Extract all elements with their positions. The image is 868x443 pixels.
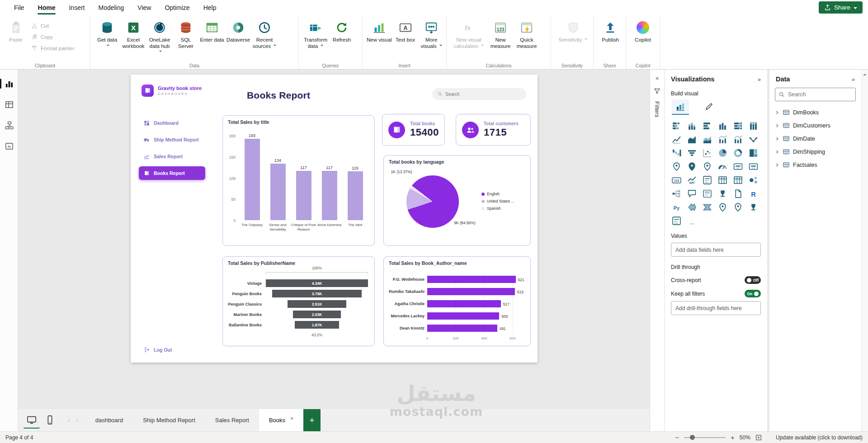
copilot-button[interactable]: Copilot [630,18,656,57]
power-apps-icon[interactable] [686,202,697,212]
zoom-slider-thumb[interactable] [690,435,695,440]
slicer-icon[interactable] [702,175,712,185]
build-visual-tab[interactable] [672,99,689,115]
chart-total-sales-by-title[interactable]: Total Sales by title050100150200193The O… [222,115,375,246]
data-table-dimdate[interactable]: DimDate [772,132,859,145]
map-icon[interactable] [671,161,682,171]
r-script-visual-icon[interactable]: R [748,189,759,198]
menu-item-help[interactable]: Help [197,0,223,15]
menu-item-insert[interactable]: Insert [62,0,91,15]
kpi-total-customers[interactable]: Total customers 1715 [456,114,531,146]
dax-query-view-button[interactable]: fx [0,136,18,156]
transform-data-button[interactable]: Transform data [302,18,329,57]
line-chart-icon[interactable] [671,134,682,144]
kpi-total-books[interactable]: Total books 15400 [382,114,445,146]
zoom-slider[interactable] [684,437,726,438]
next-page-icon[interactable]: › [76,417,78,424]
drill-through-field-well[interactable]: Add drill-through fields here [671,301,761,315]
fit-to-page-icon[interactable] [755,434,762,441]
menu-item-home[interactable]: Home [31,0,62,15]
nav-item-dashboard[interactable]: Dashboard [139,116,205,130]
refresh-button[interactable]: Refresh [329,18,355,57]
arcgis-map-icon[interactable] [717,202,728,212]
shape-map-icon[interactable] [702,161,712,171]
collapse-visualizations-icon[interactable]: » [758,76,761,83]
zoom-in-button[interactable]: + [731,434,735,441]
scatter-chart-icon[interactable] [702,148,712,158]
metrics-icon[interactable] [717,189,728,198]
new-card-icon[interactable]: 123 [671,175,682,185]
hundred-percent-stacked-column-chart-icon[interactable] [748,121,759,131]
enter-data-button[interactable]: Enter data [199,18,225,57]
nav-item-sales-report[interactable]: Sales Report [139,150,205,163]
ribbon-chart-icon[interactable] [748,134,759,144]
power-automate-icon[interactable] [702,202,712,212]
chart-total-sales-by-publishername[interactable]: Total Sales by PublisherName100%Vintage4… [222,256,375,346]
zoom-out-button[interactable]: − [675,434,679,441]
logout-button[interactable]: Log Out [144,347,172,353]
onelake-data-hub-button[interactable]: OneLake data hub [146,18,173,57]
treemap-icon[interactable] [748,148,759,158]
recent-sources-button[interactable]: Recent sources [251,18,278,57]
smart-narrative-icon[interactable] [702,189,712,198]
area-chart-icon[interactable] [686,134,697,144]
page-tab-sales-report[interactable]: Sales Report [205,409,259,431]
qa-visual-icon[interactable] [686,189,697,198]
page-tab-dashboard[interactable]: dashboard [85,409,133,431]
pie-chart-icon[interactable] [717,148,728,158]
clustered-bar-chart-icon[interactable] [702,121,712,131]
menu-item-file[interactable]: File [7,0,31,15]
data-search-box[interactable] [775,88,856,101]
excel-workbook-button[interactable]: XExcel workbook [120,18,146,57]
nav-item-ship-method-report[interactable]: Ship Method Report [139,133,205,146]
line-and-stacked-column-chart-icon[interactable] [717,134,728,144]
key-influencers-icon[interactable] [748,175,759,185]
publish-button[interactable]: Publish [597,18,623,57]
close-tab-icon[interactable]: × [290,415,293,422]
report-search-input[interactable] [445,92,521,97]
page-tab-books[interactable]: Books× [259,409,303,431]
format-visual-tab[interactable] [701,99,718,115]
desktop-layout-button[interactable] [24,412,40,429]
values-field-well[interactable]: Add data fields here [671,243,761,257]
nav-item-books-report[interactable]: Books Report [139,166,205,180]
data-search-input[interactable] [788,91,852,98]
text-box-button[interactable]: AText box [392,18,419,57]
stacked-area-chart-icon[interactable] [702,134,712,144]
button-slicer-icon[interactable] [671,216,682,226]
funnel-chart-icon[interactable] [686,148,697,158]
clustered-column-chart-icon[interactable] [717,121,728,131]
donut-chart-icon[interactable] [733,148,744,158]
get-data-button[interactable]: Get data [94,18,120,57]
table-view-button[interactable] [0,94,18,115]
decomposition-tree-icon[interactable] [671,189,682,198]
report-view-button[interactable] [0,73,18,94]
card-icon[interactable] [733,161,744,171]
cross-report-toggle[interactable]: Off [745,276,761,284]
azure-map-icon[interactable] [733,202,744,212]
model-view-button[interactable] [0,115,18,136]
kpi-icon[interactable]: KPI [686,175,697,185]
keep-all-filters-toggle[interactable]: On [745,290,761,297]
python-visual-icon[interactable]: Py [671,202,682,212]
collapse-data-panel-icon[interactable]: » [852,76,855,83]
new-measure-button[interactable]: 123New measure [487,18,514,57]
data-table-factsales[interactable]: Factsales [772,158,859,171]
matrix-icon[interactable] [733,175,744,185]
stacked-column-chart-icon[interactable] [686,121,697,131]
data-table-dimcustomers[interactable]: DimCustomers [772,119,859,132]
menu-item-optimize[interactable]: Optimize [158,0,196,15]
chart-total-books-by-language[interactable]: Total books by language1K (13.37%)9K (84… [383,155,531,246]
filled-map-icon[interactable] [686,161,697,171]
scorecard-icon[interactable] [748,202,759,212]
share-button[interactable]: Share [819,1,863,14]
stacked-bar-chart-icon[interactable] [671,121,682,131]
new-page-button[interactable]: + [303,409,321,431]
table-icon[interactable] [717,175,728,185]
data-table-dimshipping[interactable]: DimShipping [772,145,859,158]
chart-total-sales-by-book-author-name[interactable]: Total Sales by Book_Author_name020040060… [383,256,531,346]
waterfall-chart-icon[interactable] [671,148,682,158]
quick-measure-button[interactable]: Quick measure [514,18,540,57]
more-visuals-button[interactable]: More visuals [418,18,444,57]
menu-item-modeling[interactable]: Modeling [91,0,131,15]
